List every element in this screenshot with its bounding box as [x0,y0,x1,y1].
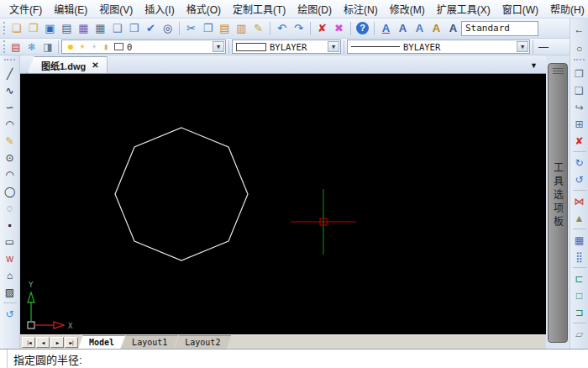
refresh-icon[interactable]: ↺ [2,306,18,322]
menu-item-9[interactable]: 扩展工具(X) [431,0,496,18]
array-icon[interactable]: ⊞ [571,116,588,132]
menu-item-1[interactable]: 编辑(E) [48,0,93,18]
menu-item-2[interactable]: 视图(V) [93,0,139,18]
spell-check-icon[interactable]: ✔ [143,20,159,36]
select-window-icon[interactable]: ▦ [571,232,588,248]
linetype-combo[interactable]: BYLAYER ▼ [347,39,530,54]
offset-icon[interactable]: ↪ [571,99,588,115]
spline-icon[interactable]: ∽ [2,99,18,115]
sheet-tab-model[interactable]: Model [78,335,125,349]
polygon-icon[interactable]: ⌂ [2,267,18,283]
menu-item-3[interactable]: 插入(I) [139,0,180,18]
polyline-icon[interactable]: ∿ [2,82,18,98]
rotate-reference-icon[interactable]: ↺ [571,171,588,187]
menu-item-5[interactable]: 定制工具(T) [227,0,291,18]
palette-grip[interactable] [553,68,564,75]
erase-red-icon[interactable]: ✘ [314,20,330,36]
menu-item-7[interactable]: 标注(N) [338,0,384,18]
save-icon[interactable]: ▣ [42,20,58,36]
open-file-icon[interactable]: ❐ [25,20,41,36]
toolbar-grip[interactable] [3,22,6,34]
new-file-icon[interactable]: ❏ [8,20,24,36]
arrow-left-icon[interactable]: ← [571,21,588,37]
scale-icon[interactable]: □ [571,287,588,303]
close-icon[interactable]: ✕ [92,60,98,70]
cut-icon[interactable]: ✂ [183,20,199,36]
toolbar-grip[interactable] [574,59,585,62]
hatch-icon[interactable]: ▨ [2,284,18,300]
point-icon[interactable]: ▪ [2,217,18,233]
nav-first-button[interactable]: |◀ [22,337,35,348]
copy-clip-icon[interactable]: ❐ [200,20,216,36]
text-style-combo[interactable]: Standard [461,21,538,36]
chevron-down-icon[interactable]: ▼ [328,41,339,52]
chevron-down-icon[interactable]: ▼ [517,41,528,52]
document-tab[interactable]: 图纸1.dwg ✕ [27,56,108,73]
print-preview-icon[interactable]: ❑ [109,20,125,36]
help-icon[interactable]: ? [356,22,369,34]
tab-overflow-icon[interactable]: ▼ [530,61,538,70]
layer-thaw-sun-icon[interactable]: ☀ [77,43,87,51]
toolbar-grip[interactable] [4,59,15,62]
layer-properties-icon[interactable]: ▤ [8,39,24,54]
layer-lock-icon[interactable]: ▮ [101,43,111,51]
toolbar-grip[interactable] [3,40,6,53]
copy-object-icon[interactable]: ❐ [571,66,588,81]
sheet-tab-layout1[interactable]: Layout1 [121,335,178,349]
menu-item-6[interactable]: 绘图(D) [291,0,338,18]
text-find-icon[interactable]: A [445,20,461,36]
circle-icon[interactable]: ⊙ [2,150,18,166]
menu-item-8[interactable]: 修改(M) [384,0,431,18]
closed-curve-icon[interactable]: ◌ [2,200,18,216]
ellipse-icon[interactable]: ◯ [2,183,18,199]
layer-combo[interactable]: ●☀☀▮ 0 ▼ [61,39,226,54]
mirror-icon[interactable]: ⋈ [571,193,588,209]
export-acis-icon[interactable]: ▤ [59,20,75,36]
mirror-hatch-icon[interactable]: ▲ [571,210,588,226]
erase-icon[interactable]: ✘ [571,133,588,149]
menu-item-11[interactable]: 帮助(H) [544,0,588,18]
undo-icon[interactable]: ↶ [274,20,290,36]
line-icon[interactable]: ╱ [2,66,18,81]
text-style-icon[interactable]: A [378,20,394,36]
command-line[interactable]: 指定圆的半径: [0,349,588,368]
menu-item-10[interactable]: 窗口(W) [496,0,544,18]
text-pencil-icon[interactable]: A [428,20,444,36]
sheet-tab-layout2[interactable]: Layout2 [174,335,231,349]
layer-previous-icon[interactable]: ◨ [40,39,55,54]
arc-icon[interactable]: ◠ [2,116,18,132]
layer-freeze-vp-icon[interactable]: ☀ [89,43,99,51]
paste-special-icon[interactable]: ▥ [234,20,249,36]
edit-text-icon[interactable]: A [412,20,428,36]
box-3d-icon[interactable]: ▱ [571,326,588,342]
menu-item-0[interactable]: 文件(F) [3,0,48,18]
layer-on-bulb-icon[interactable]: ● [66,43,76,51]
match-properties-icon[interactable]: ✎ [250,20,266,36]
circle-tool-icon[interactable]: ○ [571,40,588,56]
menu-item-4[interactable]: 格式(O) [181,0,227,18]
lengthen-icon[interactable]: ⊐ [571,304,588,320]
tool-palette-collapsed[interactable]: 工具选项板 [548,63,568,343]
paste-icon[interactable]: ▤ [217,20,233,36]
revision-cloud-icon[interactable]: w [2,250,18,266]
arc-3point-icon[interactable]: ◠ [2,166,18,182]
page-setup-icon[interactable]: ❒ [126,20,142,36]
drawing-canvas[interactable]: Y X [20,74,546,334]
nav-prev-button[interactable]: ◀ [36,337,50,348]
octagon-shape[interactable] [115,128,248,260]
plot-icon[interactable]: ▦ [92,20,108,36]
purge-icon[interactable]: ✖ [331,20,347,36]
color-combo[interactable]: BYLAYER ▼ [232,39,341,54]
nav-last-button[interactable]: ▶| [65,337,78,348]
chevron-down-icon[interactable]: ▼ [213,41,224,52]
stretch-icon[interactable]: ⊏ [571,271,588,287]
rectangle-icon[interactable]: ▭ [2,234,18,250]
nav-next-button[interactable]: ▶ [50,337,64,348]
single-text-icon[interactable]: A [395,20,411,36]
rotate-icon[interactable]: ↻ [571,155,588,171]
array-points-icon[interactable]: ⣿ [571,249,588,265]
sketch-icon[interactable]: ✎ [2,133,18,149]
print-icon[interactable]: ▦ [76,20,92,36]
copy-multiple-icon[interactable]: ❑ [571,82,588,98]
layer-freeze-icon[interactable]: ❄ [24,39,39,54]
